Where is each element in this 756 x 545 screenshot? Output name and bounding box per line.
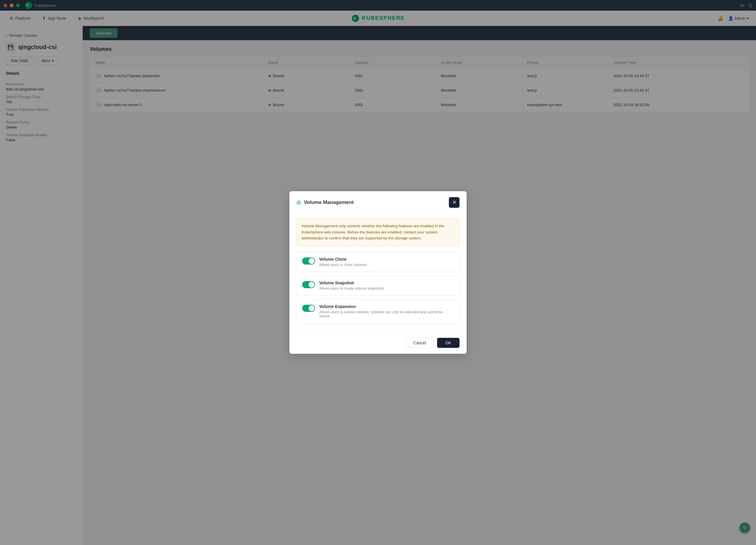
modal-title-row: ⊞ Volume Management: [296, 199, 354, 206]
modal-header: ⊞ Volume Management ✕: [289, 191, 467, 213]
ok-button[interactable]: OK: [437, 338, 460, 348]
feature-expansion-info: Volume Expansion Allows users to extend …: [319, 304, 454, 318]
feature-volume-expansion: Volume Expansion Allows users to extend …: [296, 299, 460, 323]
modal-body: Volume Management only controls whether …: [289, 213, 467, 333]
modal-overlay[interactable]: ⊞ Volume Management ✕ Volume Management …: [0, 0, 756, 545]
modal-footer: Cancel OK: [289, 333, 467, 354]
volume-clone-toggle[interactable]: [302, 257, 315, 264]
modal-close-button[interactable]: ✕: [449, 197, 460, 208]
volume-management-modal: ⊞ Volume Management ✕ Volume Management …: [289, 191, 467, 354]
modal-alert: Volume Management only controls whether …: [296, 219, 460, 246]
modal-title: Volume Management: [304, 199, 354, 205]
volume-snapshot-toggle[interactable]: [302, 281, 315, 288]
feature-volume-clone: Volume Clone Allows users to clone volum…: [296, 252, 460, 272]
feature-snapshot-info: Volume Snapshot Allows users to create v…: [319, 281, 454, 291]
cancel-button[interactable]: Cancel: [406, 338, 434, 348]
volume-expansion-toggle[interactable]: [302, 305, 315, 312]
feature-volume-snapshot: Volume Snapshot Allows users to create v…: [296, 276, 460, 296]
volume-management-icon: ⊞: [296, 199, 301, 206]
feature-clone-info: Volume Clone Allows users to clone volum…: [319, 257, 454, 267]
